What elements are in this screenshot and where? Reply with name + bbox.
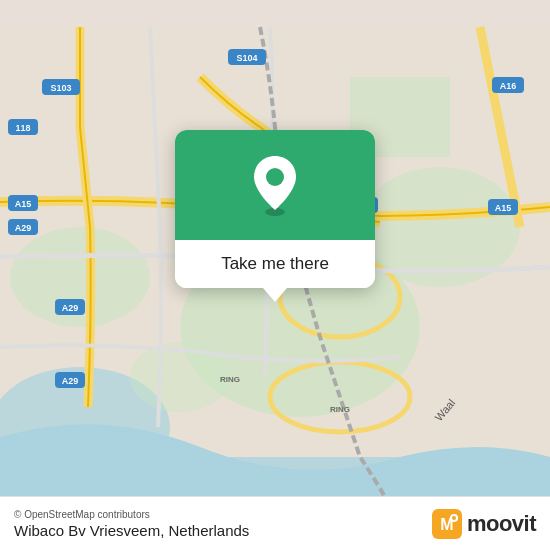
svg-text:118: 118	[15, 123, 30, 133]
moovit-icon: M	[432, 509, 462, 539]
svg-text:A29: A29	[62, 376, 79, 386]
location-title: Wibaco Bv Vriesveem, Netherlands	[14, 522, 249, 539]
svg-text:S104: S104	[236, 53, 257, 63]
location-info: © OpenStreetMap contributors Wibaco Bv V…	[14, 509, 249, 539]
take-me-there-button[interactable]: Take me there	[175, 240, 375, 288]
bottom-bar: © OpenStreetMap contributors Wibaco Bv V…	[0, 496, 550, 550]
svg-text:A16: A16	[500, 81, 517, 91]
location-popup: Take me there	[175, 130, 375, 288]
map-pin-icon	[250, 154, 300, 216]
svg-text:A15: A15	[15, 199, 32, 209]
svg-text:RING: RING	[330, 405, 350, 414]
copyright-text: © OpenStreetMap contributors	[14, 509, 249, 520]
svg-text:A29: A29	[15, 223, 32, 233]
svg-text:A29: A29	[62, 303, 79, 313]
svg-text:S103: S103	[50, 83, 71, 93]
moovit-logo: M moovit	[432, 509, 536, 539]
svg-point-39	[452, 516, 456, 520]
svg-text:RING: RING	[220, 375, 240, 384]
moovit-brand-text: moovit	[467, 511, 536, 537]
popup-green-header	[175, 130, 375, 240]
map-container: S103 S104 A16 A15 A15 A15 A29 A29 A29 11…	[0, 0, 550, 550]
svg-text:A15: A15	[495, 203, 512, 213]
svg-point-35	[266, 168, 284, 186]
